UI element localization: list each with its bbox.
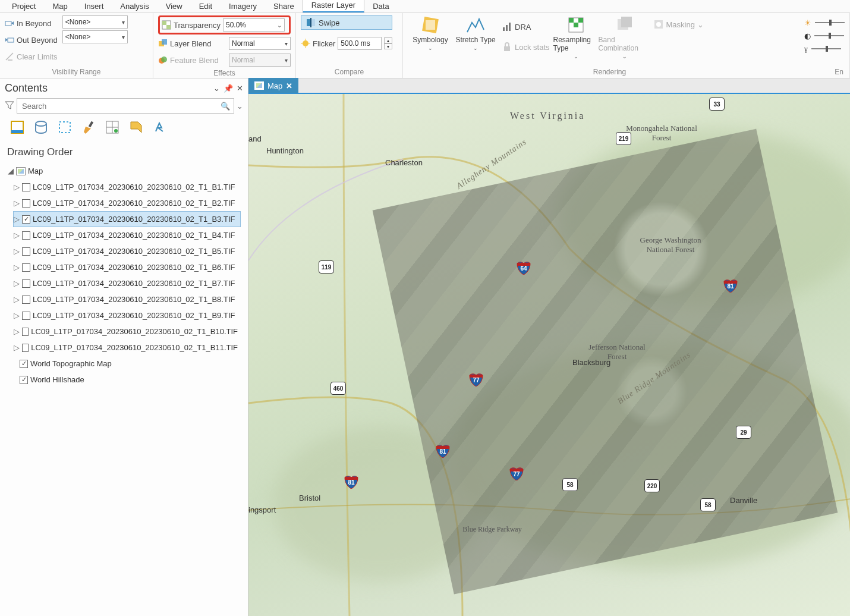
layer-row[interactable]: ▷LC09_L1TP_017034_20230610_20230610_02_T… bbox=[13, 211, 241, 227]
menu-imagery[interactable]: Imagery bbox=[221, 1, 265, 12]
search-icon[interactable]: 🔍 bbox=[221, 102, 230, 111]
svg-rect-1 bbox=[8, 38, 14, 42]
basemap-checkbox[interactable] bbox=[20, 376, 28, 384]
svg-rect-17 bbox=[509, 23, 511, 31]
basemap-row[interactable]: World Hillshade bbox=[19, 372, 241, 388]
collapse-icon[interactable]: ⌄ bbox=[213, 84, 220, 93]
us-route-shield: 219 bbox=[616, 132, 631, 145]
layer-row[interactable]: ▷LC09_L1TP_017034_20230610_20230610_02_T… bbox=[13, 291, 241, 307]
list-by-drawing-order-icon[interactable] bbox=[10, 120, 25, 137]
menu-view[interactable]: View bbox=[158, 1, 191, 12]
layer-checkbox[interactable] bbox=[22, 215, 30, 224]
layer-checkbox[interactable] bbox=[22, 312, 30, 320]
layer-checkbox[interactable] bbox=[22, 247, 30, 256]
map-canvas[interactable]: West Virginia Charleston Huntington and … bbox=[248, 94, 850, 616]
layer-checkbox[interactable] bbox=[22, 263, 30, 272]
filter-icon[interactable] bbox=[5, 100, 14, 112]
us-route-shield: 29 bbox=[736, 426, 751, 439]
stretch-type-button[interactable]: Stretch Type⌄ bbox=[453, 15, 498, 51]
expander-icon[interactable]: ▷ bbox=[14, 183, 20, 191]
list-by-labeling-icon[interactable] bbox=[128, 120, 144, 137]
svg-point-29 bbox=[36, 121, 46, 126]
basemap-row[interactable]: World Topographic Map bbox=[19, 356, 241, 372]
expander-icon[interactable]: ▷ bbox=[14, 311, 20, 320]
search-input-container: 🔍 bbox=[17, 98, 234, 114]
flicker-spinner[interactable]: ▴▾ bbox=[384, 37, 392, 49]
layer-checkbox[interactable] bbox=[22, 296, 30, 304]
compare-group-title: Compare bbox=[301, 67, 398, 78]
band-combination-button: Band Combination⌄ bbox=[599, 15, 651, 59]
layer-blend-combo[interactable]: Normal▾ bbox=[229, 37, 291, 50]
expander-icon[interactable]: ▷ bbox=[14, 247, 20, 256]
out-beyond-combo[interactable]: <None>▾ bbox=[62, 30, 128, 43]
layer-name: LC09_L1TP_017034_20230610_20230610_02_T1… bbox=[31, 343, 238, 352]
menu-raster-layer[interactable]: Raster Layer bbox=[303, 0, 364, 12]
menu-edit[interactable]: Edit bbox=[191, 1, 221, 12]
flicker-input[interactable]: 500.0 ms bbox=[338, 37, 382, 50]
menu-analysis[interactable]: Analysis bbox=[112, 1, 157, 12]
search-options-icon[interactable]: ⌄ bbox=[237, 102, 243, 111]
feature-blend-label: Feature Blend bbox=[170, 56, 219, 65]
symbology-button[interactable]: Symbology⌄ bbox=[408, 15, 453, 51]
layer-name: LC09_L1TP_017034_20230610_20230610_02_T1… bbox=[33, 263, 235, 272]
layer-checkbox[interactable] bbox=[22, 328, 29, 336]
expander-icon[interactable]: ▷ bbox=[14, 279, 20, 288]
clear-limits-icon bbox=[5, 52, 14, 61]
menu-project[interactable]: Project bbox=[4, 1, 44, 12]
expander-icon[interactable]: ▷ bbox=[14, 231, 20, 240]
menu-share[interactable]: Share bbox=[265, 1, 303, 12]
layer-checkbox[interactable] bbox=[22, 183, 30, 191]
expander-icon[interactable]: ▷ bbox=[14, 343, 20, 352]
in-beyond-combo[interactable]: <None>▾ bbox=[62, 15, 128, 29]
layer-row[interactable]: ▷LC09_L1TP_017034_20230610_20230610_02_T… bbox=[13, 340, 241, 356]
layer-blend-value: Normal bbox=[232, 39, 255, 48]
layer-checkbox[interactable] bbox=[22, 199, 30, 208]
layer-row[interactable]: ▷LC09_L1TP_017034_20230610_20230610_02_T… bbox=[13, 275, 241, 291]
menu-map[interactable]: Map bbox=[44, 1, 75, 12]
gamma-slider[interactable]: γ bbox=[804, 43, 845, 55]
toc-map-root[interactable]: ◢ Map bbox=[7, 163, 241, 179]
list-by-editing-icon[interactable] bbox=[81, 120, 96, 137]
layer-checkbox[interactable] bbox=[22, 231, 30, 240]
layer-row[interactable]: ▷LC09_L1TP_017034_20230610_20230610_02_T… bbox=[13, 195, 241, 211]
close-tab-icon[interactable]: ✕ bbox=[286, 81, 292, 90]
contents-pane: Contents ⌄ 📌 ✕ 🔍 ⌄ bbox=[0, 78, 248, 616]
layer-checkbox[interactable] bbox=[22, 279, 30, 288]
expander-icon[interactable]: ▷ bbox=[14, 327, 20, 336]
stretch-icon bbox=[466, 15, 485, 34]
layer-row[interactable]: ▷LC09_L1TP_017034_20230610_20230610_02_T… bbox=[13, 243, 241, 259]
swipe-button[interactable]: Swipe bbox=[301, 15, 392, 30]
expander-icon[interactable]: ▷ bbox=[14, 215, 20, 224]
basemap-checkbox[interactable] bbox=[20, 360, 28, 368]
close-pane-icon[interactable]: ✕ bbox=[237, 84, 243, 93]
list-by-source-icon[interactable] bbox=[33, 120, 49, 137]
layer-row[interactable]: ▷LC09_L1TP_017034_20230610_20230610_02_T… bbox=[13, 259, 241, 275]
layer-checkbox[interactable] bbox=[22, 344, 29, 352]
label-charleston: Charleston bbox=[385, 158, 423, 167]
expander-icon[interactable]: ▷ bbox=[14, 199, 20, 208]
expander-icon[interactable]: ▷ bbox=[14, 295, 20, 304]
dra-button[interactable]: DRA bbox=[502, 19, 550, 34]
list-by-selection-icon[interactable] bbox=[57, 120, 73, 137]
layer-row[interactable]: ▷LC09_L1TP_017034_20230610_20230610_02_T… bbox=[13, 227, 241, 243]
menu-data[interactable]: Data bbox=[364, 1, 397, 12]
layer-row[interactable]: ▷LC09_L1TP_017034_20230610_20230610_02_T… bbox=[13, 307, 241, 323]
list-by-perceptual-icon[interactable] bbox=[152, 120, 168, 137]
transparency-combo[interactable]: 50.0%⌄ bbox=[223, 18, 285, 32]
brightness-slider[interactable]: ☀ bbox=[804, 17, 845, 29]
expander-icon[interactable]: ◢ bbox=[8, 166, 14, 175]
label-huntington: Huntington bbox=[266, 146, 304, 155]
expander-icon[interactable]: ▷ bbox=[14, 263, 20, 272]
list-by-snapping-icon[interactable] bbox=[105, 120, 120, 137]
label-gwash: George Washington National Forest bbox=[635, 235, 706, 254]
pin-icon[interactable]: 📌 bbox=[223, 84, 233, 93]
layer-row[interactable]: ▷LC09_L1TP_017034_20230610_20230610_02_T… bbox=[13, 323, 241, 340]
menu-insert[interactable]: Insert bbox=[76, 1, 112, 12]
contrast-slider[interactable]: ◐ bbox=[804, 30, 845, 42]
layer-row[interactable]: ▷LC09_L1TP_017034_20230610_20230610_02_T… bbox=[13, 179, 241, 195]
map-icon bbox=[16, 167, 26, 175]
lock-icon bbox=[502, 42, 512, 52]
map-tab[interactable]: Map ✕ bbox=[248, 78, 298, 93]
search-input[interactable] bbox=[21, 101, 221, 111]
resampling-button[interactable]: Resampling Type⌄ bbox=[553, 15, 599, 59]
